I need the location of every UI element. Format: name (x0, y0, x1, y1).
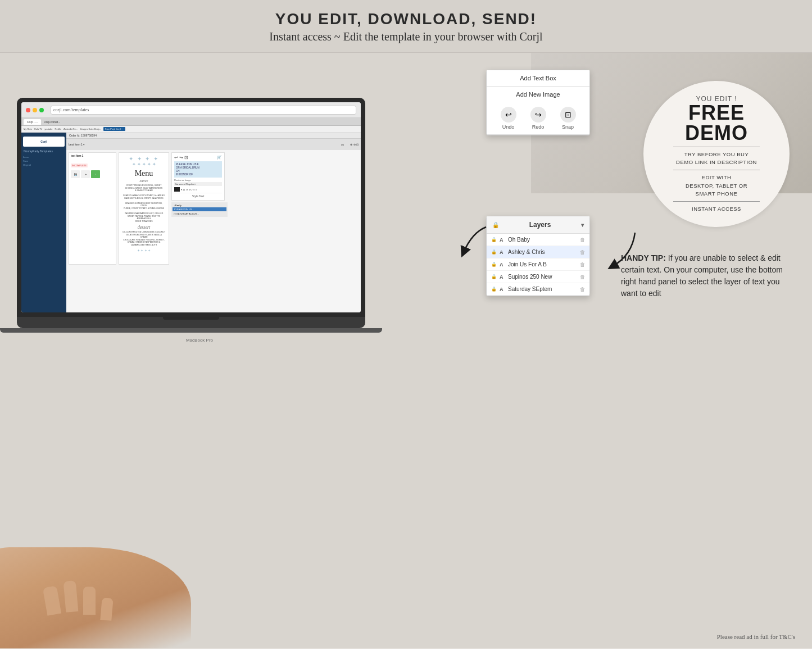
snap-icon-circle[interactable]: ⊡ (560, 107, 576, 122)
nav-item-original[interactable]: Original (23, 163, 65, 167)
layer-type-1: A (500, 237, 505, 243)
demo-line5: SMART PHONE (696, 190, 738, 198)
demo-divider-2 (673, 170, 760, 170)
invite-preview-panel: ↩ ↪ ⊡ 🛒 PLEASE JOIN US F OR A BRIDAL BRU… (171, 152, 225, 201)
bookmark-item: Redfin (55, 128, 62, 130)
layers-title: Layers (529, 221, 551, 229)
editor-toolbar: best Item 1 ▾ 1/1 ⊕ ⊖ ⊡ (66, 139, 361, 150)
minimize-dot[interactable] (33, 108, 37, 112)
bookmark-highlight: Free Porjil Corjl ← (103, 127, 125, 131)
template-stars-top: ✦ ✦ ✦ ✦ (129, 156, 159, 162)
template-dessert-label: dessert (138, 225, 151, 230)
layer-delete-4[interactable]: 🗑 (580, 274, 585, 280)
sidebar-nav-items: Items Save Original (23, 155, 65, 167)
arrow-to-layers (455, 221, 495, 261)
redo-icon[interactable]: ↪ (179, 155, 183, 160)
handy-tip-label: HANDY TIP: (621, 253, 666, 262)
address-bar[interactable]: corjl.com/templates (51, 106, 356, 115)
active-tab[interactable]: Corjl - ... (24, 119, 41, 125)
browser-chrome: corjl.com/templates (21, 102, 361, 118)
redo-icon-circle[interactable]: ↪ (530, 107, 546, 122)
close-dot[interactable] (26, 108, 30, 112)
lock-icon-3: 🔒 (491, 262, 497, 267)
snap-label: Snap (562, 124, 574, 130)
undo-icon-circle[interactable]: ↩ (501, 107, 516, 122)
inactive-tab[interactable]: corjl.com/d... (41, 119, 63, 125)
layer-name-ashley-chris: Ashley & Chris (508, 249, 577, 255)
finger-4 (100, 597, 113, 621)
style-text-label[interactable]: Style Text (174, 193, 222, 198)
layer-highlighted-item[interactable]: PLEASEJOIN US... (173, 207, 226, 211)
main-area: corjl.com/templates Corjl - ... corjl.co… (0, 53, 812, 648)
layer-item-supinos[interactable]: 🔒 A Supinos 250 New 🗑 (487, 271, 589, 283)
bookmark-item: Australis No... (63, 128, 78, 130)
bookmark-item: Hulu TV (34, 128, 42, 130)
bookmarks-bar: My Roto Hulu TV youtube Redfin Australis… (21, 126, 361, 133)
invite-preview-text: PLEASE JOIN US F OR A BRIDAL BRUN CH IN … (174, 161, 222, 178)
template-dessert-items: OIL CONSTRUCTED LEMON DEMI, COCONUT GELA… (123, 231, 165, 246)
layers-header: 🔒 Layers ▾ (487, 216, 589, 234)
browser-content: Corjl NoorayParty Templates Items Save O… (21, 133, 361, 312)
layer-item-saturday[interactable]: 🔒 A Saturday SEptem 🗑 (487, 283, 589, 296)
layer-name-saturday: Saturday SEptem (508, 286, 577, 292)
invite-panel-icons: ↩ ↪ ⊡ 🛒 (174, 155, 222, 160)
finger-3 (83, 587, 96, 615)
template-subtitle: entree (140, 179, 148, 183)
layer-item-join-us[interactable]: 🔒 A Join Us For A B 🗑 (487, 258, 589, 271)
layer-delete-2[interactable]: 🗑 (580, 249, 585, 255)
snap-icon[interactable]: ⊡ (184, 155, 188, 160)
layer-name-join-us: Join Us For A B (508, 261, 577, 267)
layer-delete-1[interactable]: 🗑 (580, 237, 585, 243)
page-counter: 1/1 (341, 143, 344, 146)
demo-circle: YOU EDIT ! FREE DEMO TRY BEFORE YOU BUY … (643, 81, 790, 227)
add-new-image-button[interactable]: Add New Image (487, 87, 589, 102)
layer-item-oh-baby[interactable]: 🔒 A Oh Baby 🗑 (487, 234, 589, 246)
editor-bottom-list: ↓ Emily PLEASEJOIN US... ◯ SATURDAY AUGU… (171, 202, 228, 217)
layer-item-2[interactable]: ◯ SATURDAY AUGUS... (173, 212, 226, 216)
text-format-icons[interactable]: B I U ≡ ≡ (187, 188, 197, 191)
color-swatch[interactable] (174, 187, 180, 192)
layer-type-3: A (500, 262, 505, 267)
action-save-icon[interactable]: 💾 (71, 170, 80, 178)
demo-demo-label: DEMO (685, 123, 748, 143)
undo-label: Undo (502, 124, 515, 130)
header-title: YOU EDIT, DOWNLOAD, SEND! (11, 10, 801, 28)
canvas-area: test Item 1 INCOMPLETE 💾 ✏ ✓ (66, 150, 361, 267)
app-logo: Corjl (23, 137, 65, 147)
orders-icon[interactable]: 🛒 (217, 155, 222, 160)
maximize-dot[interactable] (39, 108, 44, 112)
undo-icon[interactable]: ↩ (174, 155, 178, 160)
nav-item-orders[interactable]: Items (23, 155, 65, 159)
layer-item-ashley-chris[interactable]: 🔒 A Ashley & Chris 🗑 (487, 246, 589, 258)
layer-type-4: A (500, 274, 505, 280)
font-selector[interactable]: Garamond Regular ▾ (174, 182, 222, 186)
template-canvas: ✦ ✦ ✦ ✦ ✦ ✦ ✦ ✦ ✦ Menu entree CRISPY PEK… (119, 152, 169, 265)
order-id-label: Order Id: 1509758194 (69, 134, 97, 137)
laptop-screen: corjl.com/templates Corjl - ... corjl.co… (21, 102, 361, 312)
lock-icon-5: 🔒 (491, 287, 497, 292)
layer-delete-3[interactable]: 🗑 (580, 262, 585, 267)
tandc-note: Please read ad in full for T&C's (717, 633, 795, 640)
add-text-box-button[interactable]: Add Text Box (487, 70, 589, 87)
redo-label: Redo (532, 124, 545, 130)
app-sidebar: Corjl NoorayParty Templates Items Save O… (21, 133, 66, 312)
layer-delete-5[interactable]: 🗑 (580, 287, 585, 292)
zoom-controls[interactable]: ⊕ ⊖ ⊡ (350, 143, 359, 146)
action-edit-icon[interactable]: ✏ (81, 170, 90, 178)
layers-mini-header: ↓ Emily (173, 203, 226, 207)
resize-image-label: Resize as Image (174, 179, 222, 181)
toolbar-item[interactable]: best Item 1 ▾ (69, 143, 85, 146)
text-controls: ▾ 11 B I U ≡ ≡ (174, 187, 222, 192)
nav-item-save[interactable]: Save (23, 159, 65, 163)
laptop-trackpad-area (0, 328, 382, 333)
action-approve-icon[interactable]: ✓ (91, 170, 100, 178)
layers-chevron-icon[interactable]: ▾ (581, 222, 584, 228)
lock-icon-4: 🔒 (491, 274, 497, 279)
finger-2 (63, 580, 79, 612)
layer-name-supinos: Supinos 250 New (508, 274, 577, 280)
sidebar-app-name: NoorayParty Templates (21, 148, 66, 154)
layer-name-oh-baby: Oh Baby (508, 237, 577, 243)
layers-panel: 🔒 Layers ▾ 🔒 A Oh Baby 🗑 🔒 A Ashley & Ch… (486, 216, 590, 296)
undo-item: ↩ Undo (501, 107, 516, 130)
template-stars-row2: ✦ ✦ ✦ ✦ ✦ (132, 162, 156, 167)
